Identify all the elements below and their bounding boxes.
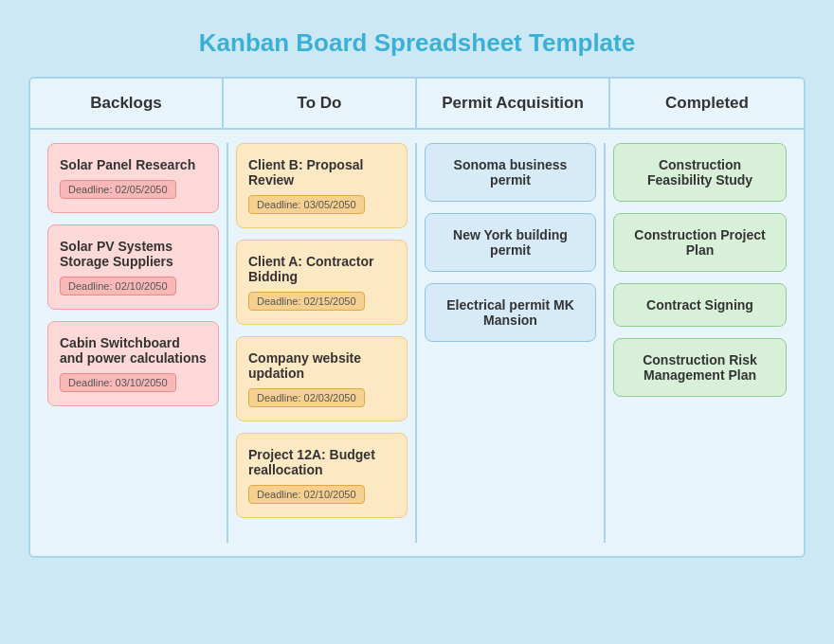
list-item[interactable]: Construction Feasibility Study	[613, 143, 787, 202]
permit-column: Sonoma business permit New York building…	[417, 143, 606, 543]
card-title: Solar Panel Research	[60, 157, 195, 172]
card-title: Construction Project Plan	[634, 227, 765, 258]
list-item[interactable]: Contract Signing	[613, 283, 787, 327]
list-item[interactable]: Sonoma business permit	[425, 143, 596, 202]
list-item[interactable]: Construction Project Plan	[613, 213, 787, 272]
card-title: Solar PV Systems Storage Suppliers	[60, 239, 173, 269]
board-header: Backlogs To Do Permit Acquisition Comple…	[30, 79, 804, 130]
deadline-badge: Deadline: 02/05/2050	[60, 180, 176, 199]
todo-column: Client B: Proposal Review Deadline: 03/0…	[228, 143, 417, 543]
col-header-permit: Permit Acquisition	[417, 79, 610, 128]
card-title: Client B: Proposal Review	[248, 157, 363, 188]
card-title: Sonoma business permit	[454, 157, 568, 188]
card-title: Construction Feasibility Study	[647, 157, 752, 188]
card-title: Construction Risk Management Plan	[643, 352, 757, 383]
card-title: Contract Signing	[646, 297, 753, 313]
list-item[interactable]: New York building permit	[425, 213, 596, 272]
page-title: Kanban Board Spreadsheet Template	[199, 28, 635, 58]
list-item[interactable]: Solar Panel Research Deadline: 02/05/205…	[47, 143, 219, 213]
list-item[interactable]: Project 12A: Budget reallocation Deadlin…	[236, 433, 408, 518]
list-item[interactable]: Client B: Proposal Review Deadline: 03/0…	[236, 143, 408, 228]
card-title: New York building permit	[453, 227, 568, 258]
deadline-badge: Deadline: 03/10/2050	[60, 373, 176, 392]
deadline-badge: Deadline: 02/15/2050	[248, 292, 365, 311]
card-title: Company website updation	[248, 350, 361, 381]
col-header-backlogs: Backlogs	[30, 79, 224, 128]
list-item[interactable]: Electrical permit MK Mansion	[425, 283, 596, 342]
deadline-badge: Deadline: 02/10/2050	[248, 485, 365, 504]
col-header-completed: Completed	[610, 79, 804, 128]
list-item[interactable]: Company website updation Deadline: 02/03…	[236, 336, 408, 421]
card-title: Electrical permit MK Mansion	[446, 297, 574, 328]
col-header-todo: To Do	[224, 79, 417, 128]
completed-column: Construction Feasibility Study Construct…	[606, 143, 794, 543]
card-title: Client A: Contractor Bidding	[248, 254, 373, 284]
card-title: Project 12A: Budget reallocation	[248, 447, 375, 477]
kanban-board: Backlogs To Do Permit Acquisition Comple…	[28, 77, 806, 558]
board-body: Solar Panel Research Deadline: 02/05/205…	[30, 130, 804, 556]
backlogs-column: Solar Panel Research Deadline: 02/05/205…	[40, 143, 228, 543]
deadline-badge: Deadline: 03/05/2050	[248, 195, 365, 214]
list-item[interactable]: Construction Risk Management Plan	[613, 338, 787, 397]
card-title: Cabin Switchboard and power calculations	[60, 335, 207, 366]
list-item[interactable]: Client A: Contractor Bidding Deadline: 0…	[236, 240, 408, 325]
list-item[interactable]: Solar PV Systems Storage Suppliers Deadl…	[47, 224, 219, 310]
list-item[interactable]: Cabin Switchboard and power calculations…	[47, 321, 219, 406]
deadline-badge: Deadline: 02/10/2050	[60, 277, 176, 295]
deadline-badge: Deadline: 02/03/2050	[248, 388, 365, 407]
